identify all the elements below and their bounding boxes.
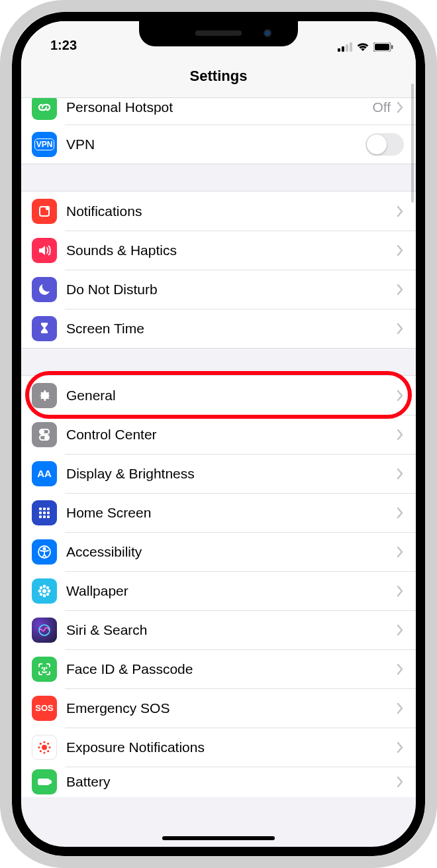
text-size-icon: AA: [32, 461, 57, 486]
row-label: Screen Time: [66, 321, 396, 337]
chevron-right-icon: [396, 507, 404, 519]
cellular-icon: [338, 42, 352, 52]
svg-rect-17: [43, 512, 46, 514]
svg-rect-46: [50, 781, 51, 783]
battery-icon: [373, 42, 393, 52]
accessibility-icon: [32, 539, 57, 565]
vpn-toggle[interactable]: [365, 133, 404, 156]
notifications-icon: [32, 199, 57, 224]
svg-point-30: [46, 586, 49, 588]
svg-point-28: [48, 589, 51, 592]
svg-rect-6: [391, 45, 393, 49]
exposure-icon: [32, 735, 57, 760]
svg-rect-19: [39, 515, 42, 518]
scrollbar[interactable]: [411, 83, 414, 203]
chevron-right-icon: [396, 546, 404, 558]
chevron-right-icon: [396, 468, 404, 480]
gear-icon: [32, 383, 57, 408]
row-label: Do Not Disturb: [66, 282, 396, 298]
row-exposure-notifications[interactable]: Exposure Notifications: [21, 728, 416, 767]
svg-point-31: [40, 592, 42, 595]
chevron-right-icon: [396, 390, 404, 402]
chevron-right-icon: [396, 244, 404, 256]
svg-point-36: [42, 745, 47, 750]
battery-icon: [32, 769, 57, 794]
svg-rect-18: [47, 512, 50, 514]
svg-rect-13: [39, 508, 42, 510]
row-label: Display & Brightness: [66, 466, 396, 482]
chevron-right-icon: [396, 323, 404, 335]
navbar: Settings: [21, 54, 416, 98]
siri-icon: [32, 618, 57, 643]
svg-point-27: [38, 589, 42, 592]
svg-point-12: [45, 436, 48, 439]
row-face-id[interactable]: Face ID & Passcode: [21, 649, 416, 688]
row-label: Personal Hotspot: [66, 99, 372, 115]
row-label: General: [66, 388, 396, 404]
row-accessibility[interactable]: Accessibility: [21, 532, 416, 571]
svg-point-35: [46, 667, 47, 668]
svg-point-34: [42, 667, 43, 668]
row-battery[interactable]: Battery: [21, 767, 416, 797]
chevron-right-icon: [396, 101, 404, 113]
row-label: VPN: [66, 136, 365, 152]
row-display-brightness[interactable]: AA Display & Brightness: [21, 454, 416, 493]
svg-point-42: [47, 742, 49, 744]
row-home-screen[interactable]: Home Screen: [21, 493, 416, 532]
svg-point-25: [43, 584, 46, 588]
svg-point-10: [41, 430, 44, 433]
row-label: Control Center: [66, 427, 396, 443]
row-label: Notifications: [66, 203, 396, 219]
svg-point-38: [43, 751, 45, 753]
row-label: Wallpaper: [66, 583, 396, 599]
svg-point-26: [43, 594, 46, 597]
sos-icon: SOS: [32, 696, 57, 721]
svg-point-29: [40, 586, 42, 588]
svg-rect-20: [43, 515, 46, 518]
row-screen-time[interactable]: Screen Time: [21, 309, 416, 348]
chevron-right-icon: [396, 624, 404, 636]
chevron-right-icon: [396, 284, 404, 296]
row-control-center[interactable]: Control Center: [21, 415, 416, 454]
row-detail: Off: [372, 99, 391, 115]
svg-rect-0: [338, 48, 340, 52]
row-general[interactable]: General: [21, 376, 416, 415]
svg-point-24: [42, 589, 46, 593]
svg-rect-2: [346, 44, 348, 52]
navbar-title: Settings: [190, 68, 248, 85]
svg-rect-16: [39, 512, 42, 514]
moon-icon: [32, 277, 57, 302]
home-indicator[interactable]: [162, 836, 275, 840]
group-separator: [21, 348, 416, 376]
face-id-icon: [32, 657, 57, 682]
svg-point-37: [43, 741, 45, 743]
svg-rect-47: [40, 781, 48, 783]
svg-rect-21: [47, 515, 50, 518]
settings-scroll[interactable]: Personal Hotspot Off VPN VPN: [21, 98, 416, 847]
row-siri-search[interactable]: Siri & Search: [21, 610, 416, 649]
chevron-right-icon: [396, 205, 404, 217]
group-separator: [21, 164, 416, 191]
row-notifications[interactable]: Notifications: [21, 191, 416, 231]
svg-rect-3: [350, 42, 352, 52]
svg-rect-5: [375, 44, 389, 50]
row-wallpaper[interactable]: Wallpaper: [21, 571, 416, 610]
row-personal-hotspot[interactable]: Personal Hotspot Off: [21, 98, 416, 125]
row-label: Battery: [66, 774, 396, 790]
svg-rect-14: [43, 508, 46, 510]
row-emergency-sos[interactable]: SOS Emergency SOS: [21, 688, 416, 728]
svg-rect-15: [47, 508, 50, 510]
wifi-icon: [356, 42, 369, 52]
svg-point-32: [46, 592, 49, 595]
svg-point-40: [48, 746, 50, 748]
app-grid-icon: [32, 500, 57, 525]
vpn-icon: VPN: [32, 132, 57, 157]
hourglass-icon: [32, 316, 57, 341]
row-vpn[interactable]: VPN VPN: [21, 125, 416, 164]
row-label: Face ID & Passcode: [66, 661, 396, 677]
svg-point-41: [40, 742, 42, 744]
flower-icon: [32, 578, 57, 604]
row-sounds[interactable]: Sounds & Haptics: [21, 231, 416, 270]
chevron-right-icon: [396, 741, 404, 753]
row-do-not-disturb[interactable]: Do Not Disturb: [21, 270, 416, 309]
